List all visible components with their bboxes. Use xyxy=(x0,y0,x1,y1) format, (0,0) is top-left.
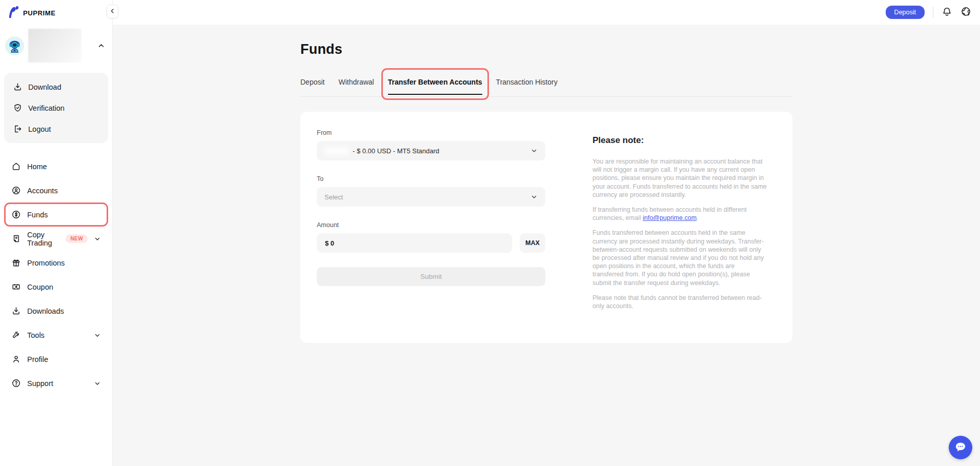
from-account-select[interactable]: - $ 0.00 USD - MT5 Standard xyxy=(317,141,545,160)
from-label: From xyxy=(317,129,545,136)
user-info-redacted xyxy=(28,29,81,63)
gift-icon xyxy=(11,258,21,268)
to-account-select[interactable]: Select xyxy=(317,187,545,207)
sidebar-nav-item[interactable]: Coupon xyxy=(4,275,108,299)
nav-item-label: Home xyxy=(27,163,47,171)
chevron-down-icon xyxy=(530,147,538,154)
sidebar-nav-item[interactable]: Funds xyxy=(4,202,108,227)
to-account-placeholder: Select xyxy=(324,193,343,201)
globe-icon xyxy=(961,6,971,18)
logout-icon xyxy=(13,124,23,134)
menu-item[interactable]: Logout xyxy=(4,118,108,139)
user-avatar xyxy=(5,36,24,55)
topbar-divider xyxy=(933,7,933,18)
menu-item-label: Logout xyxy=(28,125,51,133)
menu-item[interactable]: Verification xyxy=(4,97,108,118)
shield-check-icon xyxy=(13,103,23,113)
chevron-down-icon[interactable] xyxy=(94,380,101,387)
brand-name: PUPRIME xyxy=(23,9,55,17)
tab[interactable]: Transfer Between Accounts xyxy=(388,78,482,86)
nav-item-label: Copy Trading xyxy=(27,231,56,247)
amount-label: Amount xyxy=(317,221,545,229)
submit-button[interactable]: Submit xyxy=(317,267,545,286)
from-account-value: - $ 0.00 USD - MT5 Standard xyxy=(353,147,439,155)
nav-item-label: Tools xyxy=(27,331,45,339)
nav-item-label: Accounts xyxy=(27,187,58,195)
dollar-circle-icon xyxy=(11,210,21,219)
max-button[interactable]: MAX xyxy=(520,233,545,253)
sidebar-nav-item[interactable]: Support xyxy=(4,371,108,395)
notifications-button[interactable] xyxy=(942,6,952,18)
download-icon xyxy=(13,82,23,92)
download-icon xyxy=(11,306,21,316)
user-profile-row[interactable] xyxy=(0,21,112,63)
tab[interactable]: Deposit xyxy=(300,78,324,86)
live-chat-button[interactable] xyxy=(949,436,972,459)
bell-icon xyxy=(942,6,952,18)
chevron-down-icon[interactable] xyxy=(94,235,101,242)
to-label: To xyxy=(317,175,545,183)
tab-label: Transfer Between Accounts xyxy=(388,78,482,86)
tab-label: Transaction History xyxy=(496,78,558,86)
tab-label: Deposit xyxy=(300,78,324,86)
amount-input[interactable] xyxy=(317,233,512,253)
chevron-down-icon xyxy=(530,193,538,200)
note-title: Please note: xyxy=(593,135,767,146)
menu-item[interactable]: Download xyxy=(4,76,108,97)
sidebar-nav: Home Accounts Funds Copy Trading N xyxy=(0,154,112,395)
chat-bubble-icon xyxy=(954,440,967,455)
please-note-section: Please note: You are responsible for mai… xyxy=(593,129,767,343)
email-link[interactable]: info@puprime.com xyxy=(643,214,697,221)
nav-item-label: Promotions xyxy=(27,259,65,267)
note-paragraph-3: Funds transferred between accounts held … xyxy=(593,229,767,287)
sidebar-collapse-button[interactable] xyxy=(107,5,118,18)
language-button[interactable] xyxy=(961,6,971,18)
account-menu: Download Verification Logout xyxy=(4,73,108,143)
user-circle-icon xyxy=(11,186,21,195)
sidebar-nav-item[interactable]: Tools xyxy=(4,323,108,347)
deposit-button[interactable]: Deposit xyxy=(886,6,925,19)
nav-item-label: Support xyxy=(27,379,53,388)
topbar: Deposit xyxy=(113,0,980,25)
coupon-icon xyxy=(11,282,21,292)
note-paragraph-4: Please note that funds cannot be transfe… xyxy=(593,294,767,310)
tab-label: Withdrawal xyxy=(338,78,374,86)
chevron-down-icon[interactable] xyxy=(94,332,101,339)
sidebar-nav-item[interactable]: Accounts xyxy=(4,178,108,202)
copy-trading-icon xyxy=(11,234,21,244)
new-badge: NEW xyxy=(66,234,88,243)
sidebar-nav-item[interactable]: Downloads xyxy=(4,299,108,323)
help-circle-icon xyxy=(11,378,21,388)
chevron-up-icon[interactable] xyxy=(97,42,105,50)
chevron-left-icon xyxy=(109,7,116,16)
funds-tabs: Deposit Withdrawal Transfer Between Acco… xyxy=(300,78,792,97)
transfer-form: From - $ 0.00 USD - MT5 Standard To xyxy=(317,129,545,343)
sidebar-nav-item[interactable]: Home xyxy=(4,154,108,178)
app-root: PUPRIME xyxy=(0,0,980,466)
nav-item-label: Funds xyxy=(27,211,48,219)
note-paragraph-2: If transferring funds between accounts h… xyxy=(593,206,767,222)
brand-logo[interactable]: PUPRIME xyxy=(0,0,112,21)
menu-item-label: Download xyxy=(28,83,62,91)
nav-item-label: Profile xyxy=(27,355,48,363)
person-icon xyxy=(11,354,21,364)
wrench-icon xyxy=(11,330,21,340)
main-area: Deposit xyxy=(113,0,980,466)
nav-item-label: Downloads xyxy=(27,307,64,315)
note-paragraph-1: You are responsible for maintaining an a… xyxy=(593,157,767,199)
content-area: Funds Deposit Withdrawal Transfer Betwee… xyxy=(113,25,980,466)
transfer-card: From - $ 0.00 USD - MT5 Standard To xyxy=(300,112,792,343)
home-icon xyxy=(11,161,21,171)
sidebar: PUPRIME xyxy=(0,0,113,466)
sidebar-nav-item[interactable]: Promotions xyxy=(4,251,108,275)
page-title: Funds xyxy=(300,42,792,57)
sidebar-nav-item[interactable]: Copy Trading NEW xyxy=(4,227,108,251)
tab[interactable]: Withdrawal xyxy=(338,78,374,86)
tab[interactable]: Transaction History xyxy=(496,78,558,86)
sidebar-nav-item[interactable]: Profile xyxy=(4,347,108,371)
nav-item-label: Coupon xyxy=(27,283,53,291)
account-number-redacted xyxy=(324,147,349,155)
menu-item-label: Verification xyxy=(28,104,65,112)
puprime-logo-icon xyxy=(7,6,19,21)
